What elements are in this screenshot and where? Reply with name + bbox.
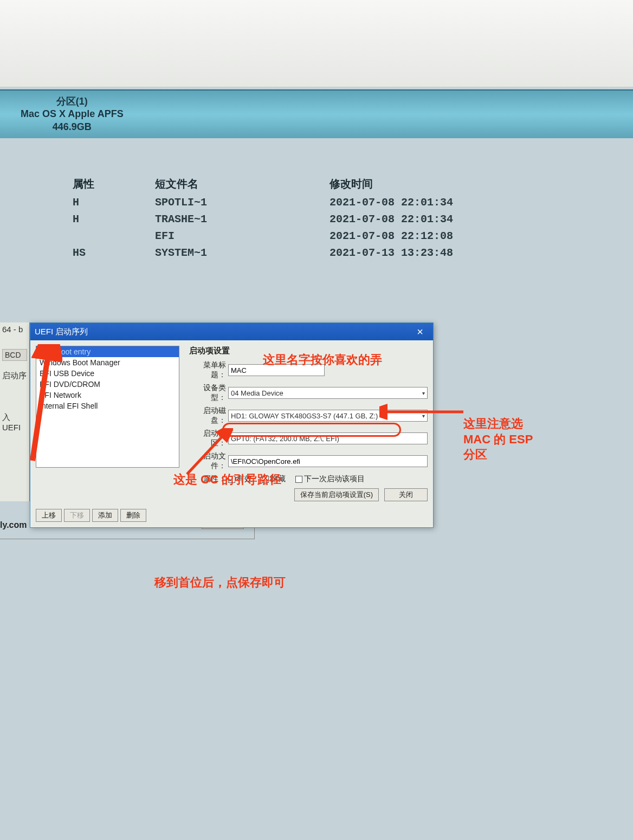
boot-partition-select[interactable]: GPT0: (FAT32, 200.0 MB, Z:\, EFI)	[228, 432, 428, 444]
annotation-bottom: 移到首位后，点保存即可	[154, 574, 286, 591]
col-attr: 属性	[66, 175, 147, 193]
list-item[interactable]: Internal EFI Shell	[36, 400, 179, 411]
uefi-boot-sequence-dialog: UEFI 启动序列 × New boot entry Windows Boot …	[30, 322, 434, 528]
partition-size: 446.9GB	[21, 121, 124, 133]
bcd-button-fragment[interactable]: BCD	[2, 349, 27, 361]
col-mtime: 修改时间	[323, 175, 475, 193]
ly-com-text: ly.com	[0, 520, 27, 530]
dialog-title: UEFI 启动序列	[35, 327, 411, 337]
attributes-label: 属性：	[189, 474, 228, 484]
save-button[interactable]: 保存当前启动项设置(S)	[294, 488, 379, 501]
boot-disk-label: 启动磁盘：	[189, 406, 228, 425]
partition-fs: Mac OS X Apple APFS	[21, 108, 124, 120]
boot-partition-label: 启动分区：	[189, 429, 228, 448]
device-type-select[interactable]: 04 Media Device▾	[228, 387, 428, 399]
device-type-label: 设备类型：	[189, 383, 228, 403]
move-down-button[interactable]: 下移	[64, 509, 90, 522]
boot-once-checkbox[interactable]: 下一次启动该项目	[295, 474, 365, 484]
top-whitespace-region	[0, 0, 633, 87]
list-item[interactable]: EFI DVD/CDROM	[36, 379, 179, 390]
hidden-checkbox[interactable]: 隐藏	[262, 474, 286, 484]
close-button[interactable]: 关闭	[384, 488, 428, 501]
boot-file-input[interactable]	[228, 455, 428, 467]
menu-title-input[interactable]	[228, 364, 325, 376]
table-row[interactable]: HTRASHE~12021-07-08 22:01:34	[66, 211, 475, 227]
table-row[interactable]: HSSYSTEM~12021-07-13 13:23:48	[66, 245, 475, 261]
valid-checkbox[interactable]: ✓有效	[228, 474, 252, 484]
table-row[interactable]: HSPOTLI~12021-07-08 22:01:34	[66, 195, 475, 210]
boot-disk-select[interactable]: HD1: GLOWAY STK480GS3-S7 (447.1 GB, Z:)▾	[228, 410, 428, 422]
col-shortname: 短文件名	[148, 175, 322, 193]
add-button[interactable]: 添加	[92, 509, 118, 522]
settings-heading: 启动项设置	[189, 346, 428, 356]
chevron-down-icon: ▾	[422, 413, 425, 419]
move-up-button[interactable]: 上移	[36, 509, 62, 522]
file-listing-table: 属性 短文件名 修改时间 HSPOTLI~12021-07-08 22:01:3…	[65, 173, 476, 262]
delete-button[interactable]: 删除	[120, 509, 146, 522]
chevron-down-icon: ▾	[422, 390, 425, 396]
background-window-fragment: 64 - b BCD 启动序 入 UEFI	[0, 322, 30, 501]
partition-title: 分区(1)	[21, 95, 124, 108]
list-item[interactable]: New boot entry	[36, 346, 179, 357]
table-row[interactable]: EFI2021-07-08 22:12:08	[66, 228, 475, 244]
list-item[interactable]: EFI Network	[36, 390, 179, 400]
boot-file-label: 启动文件：	[189, 451, 228, 471]
list-item[interactable]: EFI USB Device	[36, 368, 179, 379]
boot-entry-list[interactable]: New boot entry Windows Boot Manager EFI …	[36, 346, 179, 468]
menu-title-label: 菜单标题：	[189, 360, 228, 380]
partition-header-bar: 分区(1) Mac OS X Apple APFS 446.9GB	[0, 89, 633, 138]
close-icon[interactable]: ×	[411, 326, 429, 338]
dialog-titlebar[interactable]: UEFI 启动序列 ×	[30, 323, 433, 340]
list-item[interactable]: Windows Boot Manager	[36, 357, 179, 368]
annotation-partition: 这里注意选 MAC 的 ESP 分区	[463, 416, 533, 463]
